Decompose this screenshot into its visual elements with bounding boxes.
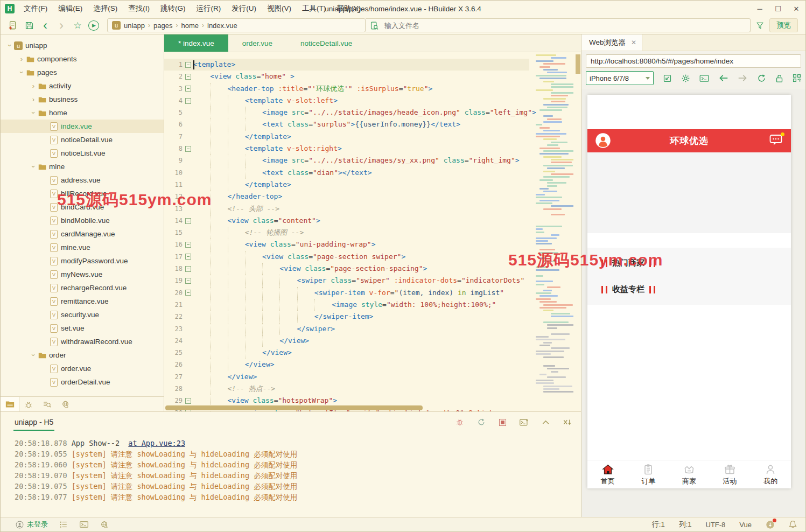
open-external-icon[interactable] xyxy=(663,74,672,83)
task-list-icon[interactable] xyxy=(60,521,68,528)
tree-item-uniapp[interactable]: ›uuniapp xyxy=(1,39,164,52)
menu-item[interactable]: 跳转(G) xyxy=(156,2,191,16)
fold-marker-icon[interactable] xyxy=(183,146,193,152)
search-files-tab[interactable] xyxy=(38,397,56,411)
tree-item-bindCard-vue[interactable]: VbindCard.vue xyxy=(1,200,164,214)
fold-marker-icon[interactable] xyxy=(183,266,193,272)
update-download-icon[interactable] xyxy=(766,520,775,529)
menu-item[interactable]: 编辑(E) xyxy=(53,2,87,16)
breadcrumb-item[interactable]: uniapp xyxy=(124,22,145,30)
console-window-icon[interactable] xyxy=(699,74,709,82)
chevron-collapsed-icon[interactable]: › xyxy=(30,95,37,103)
menu-item[interactable]: 发行(U) xyxy=(227,2,261,16)
chevron-expanded-icon[interactable]: › xyxy=(30,163,38,171)
tree-item-set-vue[interactable]: Vset.vue xyxy=(1,321,164,335)
navigate-forward-button[interactable]: › xyxy=(53,18,69,32)
fold-marker-icon[interactable] xyxy=(183,98,193,104)
chevron-collapsed-icon[interactable]: › xyxy=(18,55,25,63)
restart-icon[interactable] xyxy=(477,418,486,426)
tree-item-activity[interactable]: ›activity xyxy=(1,79,164,93)
tree-item-bindMobile-vue[interactable]: VbindMobile.vue xyxy=(1,214,164,227)
tabbar-item-mine[interactable]: 我的 xyxy=(750,460,791,488)
minimap[interactable] xyxy=(534,54,573,404)
tabbar-item-merchant[interactable]: 商家 xyxy=(669,460,710,488)
chevron-expanded-icon[interactable]: › xyxy=(6,42,14,50)
preview-button[interactable]: 预览 xyxy=(769,18,798,32)
filter-funnel-icon[interactable] xyxy=(756,22,764,30)
project-tree[interactable]: ›uuniapp›components›pages›activity›busin… xyxy=(1,34,164,396)
close-button[interactable]: ✕ xyxy=(787,2,805,16)
editor-tab-order.vue[interactable]: order.vue xyxy=(228,34,286,52)
menu-item[interactable]: 视图(V) xyxy=(262,2,296,16)
network-globe-icon[interactable] xyxy=(100,521,109,529)
tree-item-order[interactable]: ›order xyxy=(1,348,164,362)
fold-marker-icon[interactable] xyxy=(183,398,193,404)
chevron-expanded-icon[interactable]: › xyxy=(30,352,38,359)
fold-marker-icon[interactable] xyxy=(183,74,193,80)
chevron-expanded-icon[interactable]: › xyxy=(30,109,38,117)
fold-marker-icon[interactable] xyxy=(183,254,193,260)
clear-console-icon[interactable] xyxy=(563,418,572,426)
tree-item-index-vue[interactable]: Vindex.vue xyxy=(1,120,164,133)
vertical-scrollbar[interactable] xyxy=(576,54,580,74)
menu-item[interactable]: 选择(S) xyxy=(88,2,122,16)
source-link[interactable]: at App.vue:23 xyxy=(128,439,185,447)
tree-item-orderDetail-vue[interactable]: VorderDetail.vue xyxy=(1,375,164,389)
fold-marker-icon[interactable] xyxy=(183,218,193,224)
breadcrumb-item[interactable]: home xyxy=(181,22,199,30)
tree-item-components[interactable]: ›components xyxy=(1,52,164,66)
menu-item[interactable]: 文件(F) xyxy=(19,2,52,16)
fold-marker-icon[interactable] xyxy=(183,242,193,248)
tree-item-address-vue[interactable]: Vaddress.vue xyxy=(1,173,164,187)
fold-marker-icon[interactable] xyxy=(183,62,193,68)
tree-item-cardManage-vue[interactable]: VcardManage.vue xyxy=(1,227,164,241)
settings-gear-icon[interactable] xyxy=(681,74,690,83)
editor-surface[interactable]: 1<template>2<view class="home" >3<header… xyxy=(164,52,581,411)
tree-item-rechargeRecord-vue[interactable]: VrechargeRecord.vue xyxy=(1,281,164,295)
url-input[interactable] xyxy=(586,54,801,68)
banner-swiper-placeholder[interactable] xyxy=(587,152,791,233)
browser-back-icon[interactable] xyxy=(718,74,728,82)
encoding-indicator[interactable]: UTF-8 xyxy=(706,521,726,529)
tree-item-withdrawalRecord-vue[interactable]: VwithdrawalRecord.vue xyxy=(1,335,164,348)
menu-item[interactable]: 运行(R) xyxy=(192,2,226,16)
cursor-row-indicator[interactable]: 行:1 xyxy=(652,520,665,529)
terminal-icon[interactable] xyxy=(80,521,88,528)
menu-item[interactable]: 工具(T) xyxy=(297,2,331,16)
tabbar-item-activity[interactable]: 活动 xyxy=(710,460,751,488)
tree-item-home[interactable]: ›home xyxy=(1,106,164,120)
tree-item-noticeList-vue[interactable]: VnoticeList.vue xyxy=(1,146,164,160)
tree-item-order-vue[interactable]: Vorder.vue xyxy=(1,362,164,375)
device-selector[interactable]: iPhone 6/7/8 xyxy=(586,71,654,85)
save-button[interactable] xyxy=(21,18,37,32)
login-status[interactable]: 未登录 xyxy=(16,520,48,529)
minimize-button[interactable]: ─ xyxy=(751,2,769,16)
tree-item-modifyPassword-vue[interactable]: VmodifyPassword.vue xyxy=(1,254,164,268)
debug-tab[interactable] xyxy=(19,397,38,411)
refresh-icon[interactable] xyxy=(757,74,766,83)
fold-marker-icon[interactable] xyxy=(183,86,193,92)
run-button[interactable]: ▶ xyxy=(86,18,102,32)
tree-item-security-vue[interactable]: Vsecurity.vue xyxy=(1,308,164,321)
stop-icon[interactable] xyxy=(499,418,507,426)
menu-item[interactable]: 帮助(Y) xyxy=(332,2,366,16)
cursor-col-indicator[interactable]: 列:1 xyxy=(679,520,692,529)
tree-item-billRecord-vue[interactable]: VbillRecord.vue xyxy=(1,187,164,200)
chevron-expanded-icon[interactable]: › xyxy=(18,69,26,76)
breadcrumb-item[interactable]: pages xyxy=(153,22,172,30)
lock-icon[interactable] xyxy=(775,74,783,83)
tree-item-noticeDetail-vue[interactable]: VnoticeDetail.vue xyxy=(1,133,164,146)
tree-item-mine-vue[interactable]: Vmine.vue xyxy=(1,241,164,254)
bookmark-star-button[interactable]: ☆ xyxy=(69,18,86,32)
navigate-back-button[interactable]: ‹ xyxy=(37,18,53,32)
fold-marker-icon[interactable] xyxy=(183,290,193,296)
menu-item[interactable]: 查找(I) xyxy=(123,2,155,16)
language-mode-indicator[interactable]: Vue xyxy=(739,521,752,529)
tree-item-myNews-vue[interactable]: VmyNews.vue xyxy=(1,268,164,281)
collapse-panel-icon[interactable] xyxy=(542,419,550,425)
qr-code-icon[interactable] xyxy=(793,74,801,82)
search-input[interactable] xyxy=(383,21,746,30)
breadcrumb-item[interactable]: index.vue xyxy=(207,22,237,30)
chevron-collapsed-icon[interactable]: › xyxy=(30,82,37,90)
avatar[interactable] xyxy=(595,132,611,149)
